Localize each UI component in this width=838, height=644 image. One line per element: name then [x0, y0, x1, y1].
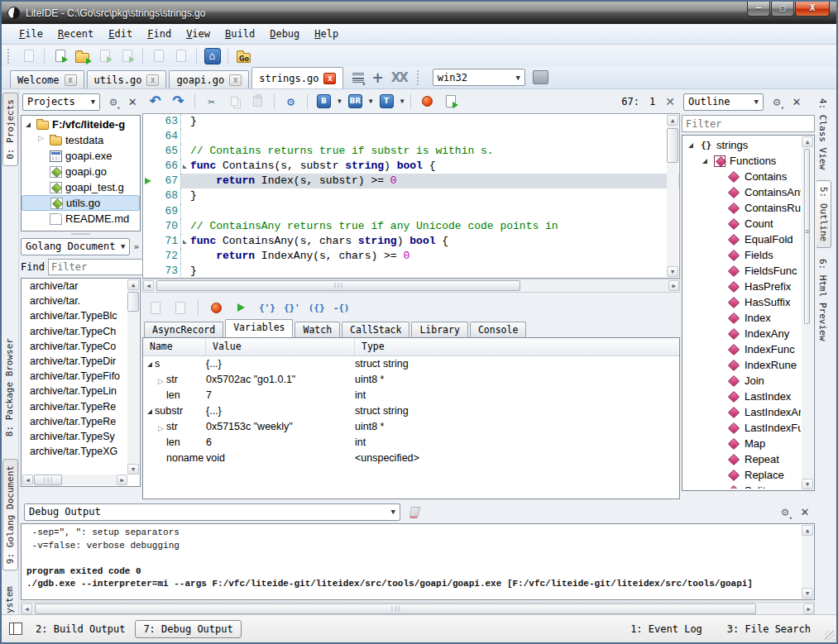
tree-item[interactable]: F:/vfc/liteide-g — [22, 117, 140, 132]
expander-icon[interactable] — [716, 377, 724, 385]
side-tab[interactable]: 8: Package Browser — [2, 332, 17, 442]
menu-item[interactable]: Build — [218, 26, 262, 42]
package-list-item[interactable]: archive/tar.TypeCh — [23, 326, 127, 341]
side-tab[interactable]: 9: Golang Document — [2, 459, 18, 570]
package-list-item[interactable]: archive/tar. — [23, 295, 127, 310]
minimize-button[interactable]: — — [747, 2, 770, 17]
variable-row[interactable]: s {...} struct string — [143, 356, 679, 372]
fold-marker-icon[interactable] — [181, 219, 190, 234]
export-button[interactable] — [171, 46, 190, 65]
line-number[interactable]: 72 — [155, 249, 181, 264]
toolbar-grip[interactable] — [7, 49, 13, 64]
expander-icon[interactable] — [716, 424, 724, 432]
outline-item[interactable]: Join — [684, 373, 801, 389]
package-list-hscrollbar[interactable]: ◀ ▶ — [22, 475, 127, 485]
tab-close-icon[interactable]: x — [65, 74, 77, 86]
new-file-button[interactable] — [19, 46, 38, 65]
package-list-item[interactable]: archive/tar.TypeRe — [23, 416, 127, 431]
open-folder-button[interactable] — [73, 46, 92, 65]
expander-icon[interactable] — [716, 361, 724, 370]
scroll-right-icon[interactable]: ▶ — [668, 280, 679, 291]
import-button[interactable] — [149, 46, 168, 65]
copy-button[interactable] — [225, 92, 244, 111]
maximize-button[interactable]: ▢ — [771, 2, 794, 17]
remove-breakpoint-button[interactable] — [170, 298, 189, 317]
line-number[interactable]: 73 — [155, 264, 181, 279]
line-number[interactable]: 67 — [155, 174, 181, 188]
debug-tab[interactable]: Watch — [294, 322, 340, 337]
expander-icon[interactable] — [716, 298, 724, 307]
variable-row[interactable]: substr {...} struct string — [143, 403, 679, 419]
scroll-left-icon[interactable]: ◀ — [22, 475, 33, 485]
fold-marker-icon[interactable] — [181, 144, 190, 159]
fold-marker-icon[interactable] — [181, 204, 190, 219]
scroll-down-icon[interactable]: ▼ — [127, 464, 139, 475]
code-line[interactable]: 66 func Contains(s, substr string) bool … — [143, 159, 679, 174]
code-line[interactable]: 64 — [143, 129, 679, 144]
expander-icon[interactable] — [158, 392, 166, 400]
outline-filter-input[interactable] — [682, 115, 815, 132]
variable-row[interactable]: len 6 int — [143, 435, 679, 451]
outline-item[interactable]: ContainsAny — [684, 184, 801, 200]
fold-marker-icon[interactable] — [181, 264, 190, 279]
menu-item[interactable]: Debug — [262, 26, 307, 42]
tab-close-icon[interactable]: x — [146, 74, 159, 86]
outline-item[interactable]: Fields — [684, 247, 801, 263]
expander-icon[interactable] — [716, 314, 724, 322]
window-titlebar[interactable]: LiteIDE - C:\Go\src\pkg\strings\strings.… — [2, 2, 836, 24]
expander-icon[interactable] — [716, 188, 724, 197]
cut-button[interactable]: ✂ — [202, 92, 221, 111]
close-tab-icon[interactable]: XX — [391, 72, 407, 83]
panel-close-icon[interactable]: ✕ — [798, 507, 812, 518]
output-vscrollbar[interactable]: ▲ ▼ — [802, 525, 813, 599]
chevron-down-icon[interactable]: ▼ — [400, 98, 405, 105]
outline-item[interactable]: IndexAny — [684, 326, 801, 341]
tab-list-icon[interactable] — [352, 73, 364, 83]
fold-marker-icon[interactable] — [181, 188, 190, 203]
step-button[interactable]: ({} — [309, 303, 325, 312]
expander-icon[interactable] — [38, 152, 46, 160]
fold-marker-icon[interactable] — [181, 234, 190, 249]
expander-icon[interactable] — [716, 330, 724, 338]
outline-item[interactable]: strings — [684, 137, 801, 153]
scroll-left-icon[interactable]: ◀ — [143, 280, 154, 291]
outline-item[interactable]: ContainsRun — [684, 200, 801, 216]
panel-close-icon[interactable]: ✕ — [127, 97, 139, 107]
code-editor[interactable]: 63 } 64 65 / — [142, 113, 680, 279]
expander-icon[interactable] — [716, 471, 724, 479]
doc-tab[interactable]: goapi.go x — [169, 70, 249, 88]
editor-hscrollbar[interactable]: ◀ ▶ — [142, 279, 680, 293]
code-line[interactable]: 67 return Index(s, substr) >= 0 — [143, 174, 679, 188]
variable-row[interactable]: str 0x5702ac "go1.0.1" uint8 * — [143, 372, 679, 388]
outline-item[interactable]: Map — [684, 436, 801, 451]
menu-item[interactable]: File — [12, 26, 50, 42]
tab-close-icon[interactable]: x — [229, 74, 242, 86]
build-run-button[interactable]: BR — [346, 92, 365, 111]
outline-item[interactable]: Split — [684, 483, 801, 489]
doc-tab[interactable]: utils.go x — [87, 70, 167, 88]
line-number[interactable]: 71 — [155, 234, 181, 249]
code-line[interactable]: 69 — [143, 204, 679, 219]
outline-item[interactable]: HasPrefix — [684, 279, 801, 294]
undo-button[interactable]: ↶ — [146, 92, 165, 111]
outline-item[interactable]: FieldsFunc — [684, 263, 801, 279]
test-button[interactable]: T — [377, 92, 396, 111]
variable-row[interactable]: len 7 int — [143, 388, 679, 403]
scroll-left-icon[interactable]: ◀ — [22, 603, 32, 614]
doc-tab[interactable]: Welcome x — [10, 70, 84, 88]
step-button[interactable]: {'} — [259, 303, 275, 312]
scroll-down-icon[interactable]: ▼ — [802, 479, 813, 489]
expander-icon[interactable] — [716, 346, 724, 354]
debug-tab[interactable]: Variables — [225, 319, 293, 337]
code-line[interactable]: 73 } — [143, 264, 679, 279]
splitter-handle[interactable] — [19, 231, 142, 236]
variable-row[interactable]: noname void <unspecified> — [143, 451, 679, 466]
scroll-up-icon[interactable]: ▲ — [667, 115, 678, 126]
scroll-down-icon[interactable]: ▼ — [802, 588, 813, 599]
line-number[interactable]: 70 — [155, 219, 181, 234]
scroll-down-icon[interactable]: ▼ — [667, 266, 678, 277]
continue-button[interactable] — [232, 298, 251, 317]
output-selector[interactable]: Debug Output▼ — [24, 503, 400, 521]
package-list-item[interactable]: archive/tar.TypeRe — [23, 401, 127, 416]
expander-icon[interactable] — [146, 408, 155, 416]
